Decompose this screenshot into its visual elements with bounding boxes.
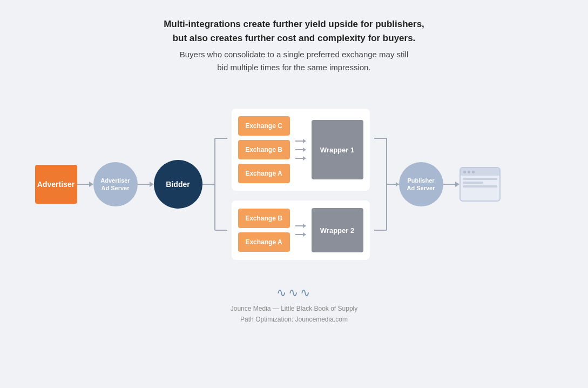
footer-wave: ∿∿∿ <box>231 286 357 300</box>
advertiser-label: Advertiser <box>37 180 75 189</box>
wrapper1-label: Wrapper 1 <box>320 146 354 154</box>
wrapper1-node: Wrapper 1 <box>312 120 363 179</box>
exchange-a2-label: Exchange A <box>245 238 282 246</box>
header-sub-line1: Buyers who consolidate to a single prefe… <box>180 50 409 59</box>
header-title: Multi-integrations create further yield … <box>164 17 424 45</box>
wave-icon: ∿∿∿ <box>276 286 312 299</box>
wrapper1-exchanges: Exchange C Exchange B Exchange A <box>238 116 290 183</box>
advertiser-node: Advertiser <box>35 165 77 204</box>
wrapper1-group: Exchange C Exchange B Exchange A <box>232 109 370 191</box>
adserver-label: AdvertiserAd Server <box>97 173 133 196</box>
small-arrow-a1 <box>295 156 306 160</box>
publisher-adserver-label: PublisherAd Server <box>404 173 438 196</box>
wrapper2-label: Wrapper 2 <box>320 226 354 235</box>
browser-line-3 <box>463 185 497 188</box>
exchange-c-label: Exchange C <box>245 122 282 130</box>
header-subtitle: Buyers who consolidate to a single prefe… <box>164 48 424 74</box>
wrappers-section: Exchange C Exchange B Exchange A <box>232 109 370 260</box>
exchange-a1-node: Exchange A <box>238 164 290 183</box>
browser-line-2 <box>463 182 483 184</box>
browser-dot-3 <box>472 171 475 173</box>
browser-top-bar <box>461 168 499 176</box>
browser-dot-1 <box>463 171 466 173</box>
header: Multi-integrations create further yield … <box>164 17 424 74</box>
header-bold-line1: Multi-integrations create further yield … <box>164 19 424 29</box>
arrow-advertiser-adserver <box>77 182 93 187</box>
footer-line1: Jounce Media — Little Black Book of Supp… <box>231 305 357 312</box>
small-arrow-a2 <box>295 232 306 237</box>
browser-line-1 <box>463 178 497 180</box>
wrapper2-inner: Exchange B Exchange A <box>232 200 370 260</box>
diagram: Advertiser AdvertiserAd Server Bidder <box>35 92 553 276</box>
branch-arrows-svg <box>202 92 227 276</box>
exchange-a2-node: Exchange A <box>238 232 290 252</box>
wrapper1-arrows <box>295 139 306 160</box>
wrapper2-group: Exchange B Exchange A <box>232 200 370 260</box>
bidder-label: Bidder <box>166 180 190 189</box>
header-bold-line2: but also creates further cost and comple… <box>173 33 416 43</box>
exchange-c-node: Exchange C <box>238 116 290 136</box>
wrapper2-exchanges: Exchange B Exchange A <box>238 209 290 252</box>
wrapper2-node: Wrapper 2 <box>312 208 363 252</box>
small-arrow-b1 <box>295 148 306 152</box>
exchange-b2-node: Exchange B <box>238 209 290 228</box>
browser-dot-2 <box>468 171 470 173</box>
browser-content <box>461 176 499 191</box>
publisher-adserver-node: PublisherAd Server <box>399 162 443 206</box>
exchange-b1-label: Exchange B <box>245 146 282 153</box>
bidder-node: Bidder <box>154 160 202 209</box>
arrow-adserver-bidder <box>138 182 154 187</box>
exchange-b1-node: Exchange B <box>238 140 290 159</box>
header-sub-line2: bid multiple times for the same impressi… <box>217 63 370 72</box>
wrapper1-inner: Exchange C Exchange B Exchange A <box>232 109 370 191</box>
exchange-b2-label: Exchange B <box>245 215 282 222</box>
exchange-a1-label: Exchange A <box>245 170 282 177</box>
svg-marker-10 <box>396 182 399 186</box>
footer-line2: Path Optimization: Jouncemedia.com <box>240 316 348 323</box>
footer-attribution: Jounce Media — Little Black Book of Supp… <box>231 303 357 325</box>
wrapper2-arrows <box>295 224 306 237</box>
merge-arrows-svg <box>374 92 399 276</box>
adserver-node: AdvertiserAd Server <box>93 162 138 206</box>
small-arrow-b2 <box>295 224 306 228</box>
footer: ∿∿∿ Jounce Media — Little Black Book of … <box>231 286 357 325</box>
small-arrow-c <box>295 139 306 143</box>
browser-node <box>459 167 501 202</box>
arrow-publisher-browser <box>443 182 459 187</box>
